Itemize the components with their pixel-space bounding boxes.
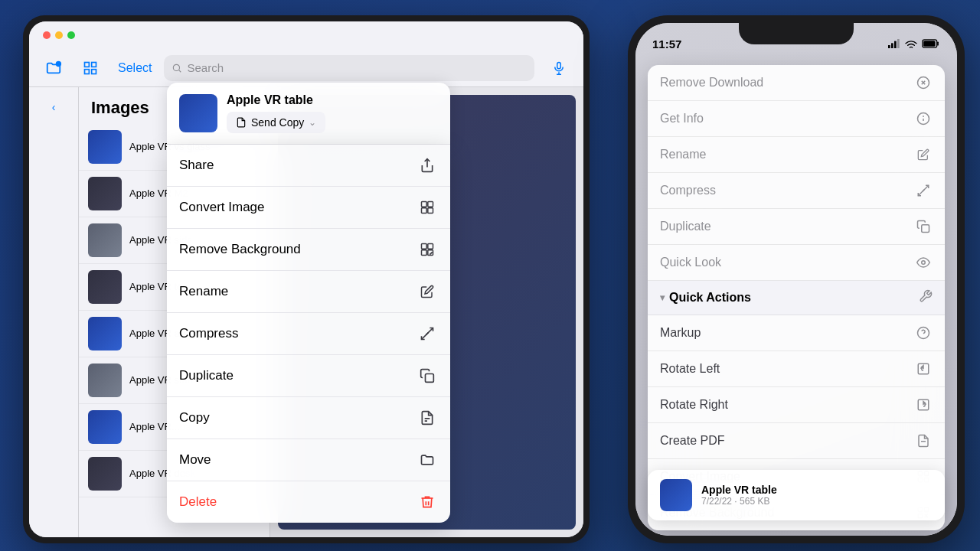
phone-menu-item-rotate-right[interactable]: Rotate Right xyxy=(648,387,945,423)
phone-menu-item-quick-look[interactable]: Quick Look xyxy=(648,245,945,281)
phone-menu-item-duplicate[interactable]: Duplicate xyxy=(648,209,945,245)
context-menu-container: Apple VR table Send Copy ⌄ Share xyxy=(167,83,450,523)
times-circle-icon xyxy=(914,73,933,92)
menu-item-share[interactable]: Share xyxy=(167,145,450,187)
phone-bottom-meta: 7/22/22 · 565 KB xyxy=(701,496,933,507)
file-thumbnail xyxy=(88,177,122,210)
copy-icon xyxy=(416,407,438,429)
menu-item-delete[interactable]: Delete xyxy=(167,481,450,523)
qa-chevron-icon: ▾ xyxy=(660,292,665,303)
svg-rect-22 xyxy=(891,43,893,48)
phone-menu-label-rename: Rename xyxy=(660,148,706,161)
phone-status-icons xyxy=(888,39,940,48)
file-thumbnail xyxy=(88,223,122,257)
phone-menu-item-compress[interactable]: Compress xyxy=(648,173,945,209)
context-file-name: Apple VR table xyxy=(227,93,438,107)
phone-notch xyxy=(739,23,854,44)
svg-rect-13 xyxy=(422,244,427,249)
menu-item-copy[interactable]: Copy xyxy=(167,397,450,439)
menu-item-delete-label: Delete xyxy=(179,494,217,510)
file-thumbnail xyxy=(88,270,122,304)
close-dot[interactable] xyxy=(43,31,51,39)
microphone-icon[interactable] xyxy=(547,56,571,80)
sidebar-collapse-icon[interactable]: ‹ xyxy=(46,95,62,119)
convert-image-icon xyxy=(416,197,438,218)
svg-line-32 xyxy=(918,190,924,196)
phone-menu-label-create-pdf: Create PDF xyxy=(660,434,724,448)
phone-bottom-info: Apple VR table 7/22/22 · 565 KB xyxy=(701,484,933,507)
quick-actions-title: ▾ Quick Actions xyxy=(660,291,751,305)
context-menu: Share Convert Image xyxy=(167,145,450,523)
search-bar[interactable]: Search xyxy=(164,55,534,81)
svg-point-6 xyxy=(174,64,180,70)
menu-item-rename[interactable]: Rename xyxy=(167,271,450,313)
svg-rect-3 xyxy=(92,62,96,67)
maximize-dot[interactable] xyxy=(67,31,75,39)
context-file-thumbnail xyxy=(179,94,217,132)
send-copy-button[interactable]: Send Copy ⌄ xyxy=(227,112,325,133)
eye-icon xyxy=(914,253,933,272)
phone-menu-item-remove-download[interactable]: Remove Download xyxy=(648,65,945,101)
phone-menu-item-markup[interactable]: Markup xyxy=(648,315,945,351)
phone-screen: 11:57 Remove Download xyxy=(635,23,957,536)
quick-actions-icon xyxy=(919,289,933,306)
menu-item-compress[interactable]: Compress xyxy=(167,313,450,355)
svg-rect-2 xyxy=(85,62,90,67)
phone-menu-label-rotate-left: Rotate Left xyxy=(660,362,720,376)
menu-item-convert-label: Convert Image xyxy=(179,200,265,215)
folder-icon[interactable]: ! xyxy=(41,56,66,80)
menu-item-move[interactable]: Move xyxy=(167,439,450,481)
duplicate-small-icon xyxy=(914,217,933,236)
chevron-down-icon: ⌄ xyxy=(309,117,316,128)
menu-item-remove-bg-label: Remove Background xyxy=(179,242,301,257)
phone-menu-item-get-info[interactable]: Get Info xyxy=(648,101,945,137)
menu-item-copy-label: Copy xyxy=(179,410,210,425)
file-thumbnail xyxy=(88,410,122,444)
compress-icon xyxy=(416,323,438,344)
menu-item-remove-bg[interactable]: Remove Background xyxy=(167,229,450,271)
phone-bottom-card: Apple VR table 7/22/22 · 565 KB xyxy=(648,470,945,520)
svg-rect-11 xyxy=(422,208,427,214)
phone-menu-label-compress: Compress xyxy=(660,184,716,197)
window-controls xyxy=(43,31,75,39)
phone-bottom-thumbnail xyxy=(660,479,692,511)
file-thumbnail xyxy=(88,364,122,397)
phone-menu-label-remove-download: Remove Download xyxy=(660,76,763,90)
phone-menu-item-rotate-left[interactable]: Rotate Left xyxy=(648,351,945,387)
tablet-statusbar xyxy=(29,21,583,49)
grid-icon[interactable] xyxy=(78,56,103,80)
svg-rect-14 xyxy=(428,244,433,249)
svg-rect-33 xyxy=(922,225,929,233)
svg-rect-24 xyxy=(897,39,900,48)
svg-rect-9 xyxy=(422,202,427,207)
phone-menu-label-rotate-right: Rotate Right xyxy=(660,398,728,412)
svg-rect-20 xyxy=(426,374,434,383)
quick-actions-header[interactable]: ▾ Quick Actions xyxy=(648,281,945,315)
phone-menu-item-create-pdf[interactable]: Create PDF xyxy=(648,423,945,459)
folder-move-icon xyxy=(416,449,438,471)
wifi-icon xyxy=(905,39,917,48)
duplicate-icon xyxy=(416,365,438,386)
phone-menu-label-quick-look: Quick Look xyxy=(660,256,721,269)
svg-rect-12 xyxy=(428,208,433,214)
file-thumbnail xyxy=(88,457,122,491)
menu-item-convert-image[interactable]: Convert Image xyxy=(167,187,450,229)
svg-line-17 xyxy=(430,252,432,254)
menu-item-duplicate[interactable]: Duplicate xyxy=(167,355,450,397)
file-thumbnail xyxy=(88,317,122,350)
select-button[interactable]: Select xyxy=(118,61,152,75)
menu-item-duplicate-label: Duplicate xyxy=(179,368,234,383)
tablet-toolbar: ! Select Search xyxy=(29,49,583,87)
tablet-screen: ! Select Search xyxy=(29,21,583,537)
remove-bg-icon xyxy=(416,239,438,260)
signal-icon xyxy=(888,39,900,48)
pencil-small-icon xyxy=(914,145,933,164)
phone-menu-label-markup: Markup xyxy=(660,326,701,340)
tablet-device: ! Select Search xyxy=(23,15,590,543)
search-placeholder: Search xyxy=(187,61,224,74)
minimize-dot[interactable] xyxy=(55,31,63,39)
phone-menu-item-rename[interactable]: Rename xyxy=(648,137,945,173)
svg-rect-21 xyxy=(888,45,890,48)
phone-context-menu: Remove Download Get Info Rename xyxy=(648,65,945,530)
svg-rect-7 xyxy=(557,62,561,68)
